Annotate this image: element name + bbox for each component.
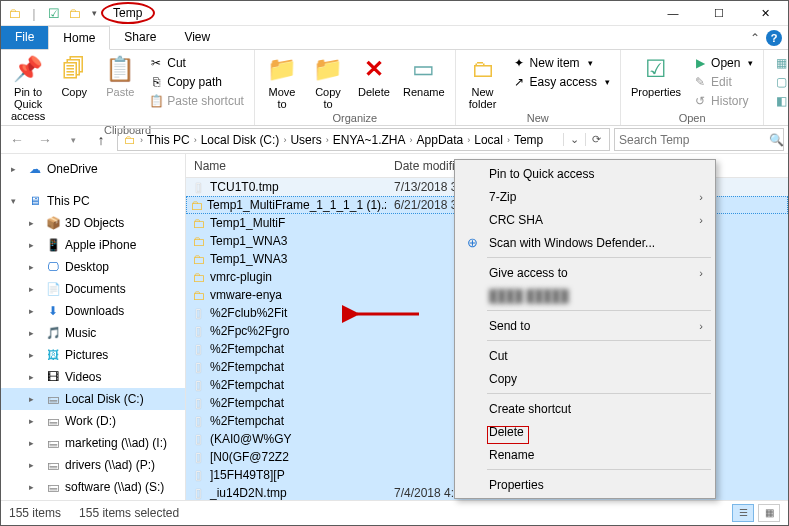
breadcrumb-dropdown-icon[interactable]: ⌄ [563, 133, 585, 146]
search-icon[interactable]: 🔍 [769, 133, 784, 147]
new-item-icon: ✦ [512, 56, 526, 70]
breadcrumb-seg[interactable]: This PC [143, 133, 194, 147]
nav-up-button[interactable]: ↑ [89, 128, 113, 152]
copy-path-button[interactable]: ⎘Copy path [145, 73, 248, 91]
ctx-separator [487, 257, 711, 258]
tree-desktop[interactable]: ▸🖵Desktop [1, 256, 185, 278]
view-details-button[interactable]: ☰ [732, 504, 754, 522]
new-folder-qat-icon[interactable]: 🗀 [65, 4, 83, 22]
tree-pictures[interactable]: ▸🖼Pictures [1, 344, 185, 366]
ctx-cut[interactable]: Cut [457, 344, 713, 367]
tree-music[interactable]: ▸🎵Music [1, 322, 185, 344]
file-name: %2Ftempchat [210, 360, 284, 374]
copy-to-icon: 📁 [313, 54, 343, 84]
file-name: Temp1_WNA3 [210, 234, 287, 248]
select-all-button[interactable]: ▦Select all [770, 54, 789, 72]
open-button[interactable]: ▶Open▾ [689, 54, 757, 72]
copy-to-button[interactable]: 📁Copy to [307, 52, 349, 110]
breadcrumb-seg[interactable]: Users [286, 133, 325, 147]
tab-share[interactable]: Share [110, 26, 170, 49]
maximize-button[interactable]: ☐ [696, 1, 742, 26]
breadcrumb-seg[interactable]: ENYA~1.ZHA [329, 133, 410, 147]
tree-this-pc[interactable]: ▾🖥This PC [1, 190, 185, 212]
search-box[interactable]: 🔍 [614, 128, 784, 151]
search-input[interactable] [619, 133, 769, 147]
cut-icon: ✂ [149, 56, 163, 70]
nav-recent-dropdown[interactable]: ▾ [61, 128, 85, 152]
ctx-pin[interactable]: Pin to Quick access [457, 162, 713, 185]
properties-qat-icon[interactable]: ☑ [45, 4, 63, 22]
help-icon[interactable]: ? [766, 30, 782, 46]
nav-forward-button: → [33, 128, 57, 152]
breadcrumb-seg[interactable]: Temp [510, 133, 547, 147]
file-name: TCU1T0.tmp [210, 180, 279, 194]
qat-dropdown-icon[interactable]: ▾ [85, 4, 103, 22]
tree-work[interactable]: ▸🖴Work (D:) [1, 410, 185, 432]
file-name: [N0(GF@72Z2 [210, 450, 289, 464]
collapse-ribbon-icon[interactable]: ⌃ [750, 31, 760, 45]
ctx-properties[interactable]: Properties [457, 473, 713, 496]
copy-button[interactable]: 🗐Copy [53, 52, 95, 98]
breadcrumb[interactable]: 🗀› This PC› Local Disk (C:)› Users› ENYA… [117, 128, 610, 151]
file-name: Temp1_MultiFrame_1_1_1_1 (1).zip [207, 198, 386, 212]
delete-button[interactable]: ✕Delete [353, 52, 395, 98]
select-none-button[interactable]: ▢Select none [770, 73, 789, 91]
tree-public[interactable]: ▸🖴public (\\ad) (T:) [1, 498, 185, 500]
tab-file[interactable]: File [1, 26, 48, 49]
pin-quick-access-button[interactable]: 📌Pin to Quick access [7, 52, 49, 122]
ctx-7zip[interactable]: 7-Zip› [457, 185, 713, 208]
new-folder-button[interactable]: 🗀New folder [462, 52, 504, 110]
breadcrumb-seg[interactable]: Local Disk (C:) [197, 133, 284, 147]
ctx-copy[interactable]: Copy [457, 367, 713, 390]
ribbon-group-open: ☑Properties ▶Open▾ ✎Edit ↺History Open [621, 50, 765, 125]
status-selected-count: 155 items selected [79, 506, 179, 520]
ctx-rename[interactable]: Rename [457, 443, 713, 466]
tree-onedrive[interactable]: ▸☁OneDrive [1, 158, 185, 180]
breadcrumb-seg[interactable]: Local [470, 133, 507, 147]
close-button[interactable]: ✕ [742, 1, 788, 26]
pin-icon: 📌 [13, 54, 43, 84]
tree-iphone[interactable]: ▸📱Apple iPhone [1, 234, 185, 256]
file-name: Temp1_WNA3 [210, 252, 287, 266]
tab-home[interactable]: Home [48, 26, 110, 50]
tree-drivers[interactable]: ▸🖴drivers (\\ad) (P:) [1, 454, 185, 476]
nav-back-button[interactable]: ← [5, 128, 29, 152]
folder-icon: 🗀 [190, 216, 206, 231]
chevron-right-icon: › [699, 214, 713, 226]
ctx-delete[interactable]: Delete [457, 420, 713, 443]
rename-icon: ▭ [412, 54, 435, 84]
ctx-separator [487, 340, 711, 341]
new-item-button[interactable]: ✦New item▾ [508, 54, 614, 72]
properties-button[interactable]: ☑Properties [627, 52, 685, 98]
col-name[interactable]: Name [186, 159, 386, 173]
tab-view[interactable]: View [170, 26, 224, 49]
tree-software[interactable]: ▸🖴software (\\ad) (S:) [1, 476, 185, 498]
address-bar-row: ← → ▾ ↑ 🗀› This PC› Local Disk (C:)› Use… [1, 126, 788, 154]
refresh-icon[interactable]: ⟳ [585, 133, 607, 146]
ctx-send-to[interactable]: Send to› [457, 314, 713, 337]
file-name: vmware-enya [210, 288, 282, 302]
tree-3d-objects[interactable]: ▸📦3D Objects [1, 212, 185, 234]
chevron-right-icon: › [699, 191, 713, 203]
tree-marketing[interactable]: ▸🖴marketing (\\ad) (I:) [1, 432, 185, 454]
cut-button[interactable]: ✂Cut [145, 54, 248, 72]
move-to-button[interactable]: 📁Move to [261, 52, 303, 110]
tree-local-disk[interactable]: ▸🖴Local Disk (C:) [1, 388, 185, 410]
file-icon: ▯ [190, 306, 206, 320]
folder-icon: 🗀 [190, 270, 206, 285]
easy-access-button[interactable]: ↗Easy access▾ [508, 73, 614, 91]
view-large-button[interactable]: ▦ [758, 504, 780, 522]
tree-downloads[interactable]: ▸⬇Downloads [1, 300, 185, 322]
tree-videos[interactable]: ▸🎞Videos [1, 366, 185, 388]
rename-button[interactable]: ▭Rename [399, 52, 449, 98]
file-icon: ▯ [190, 432, 206, 446]
tree-documents[interactable]: ▸📄Documents [1, 278, 185, 300]
ctx-defender[interactable]: ⊕Scan with Windows Defender... [457, 231, 713, 254]
invert-selection-button[interactable]: ◧Invert selection [770, 92, 789, 110]
ctx-blurred-item[interactable]: ████ █████ [457, 284, 713, 307]
breadcrumb-seg[interactable]: AppData [413, 133, 468, 147]
ctx-create-shortcut[interactable]: Create shortcut [457, 397, 713, 420]
ctx-give-access[interactable]: Give access to› [457, 261, 713, 284]
minimize-button[interactable]: — [650, 1, 696, 26]
ctx-crc[interactable]: CRC SHA› [457, 208, 713, 231]
